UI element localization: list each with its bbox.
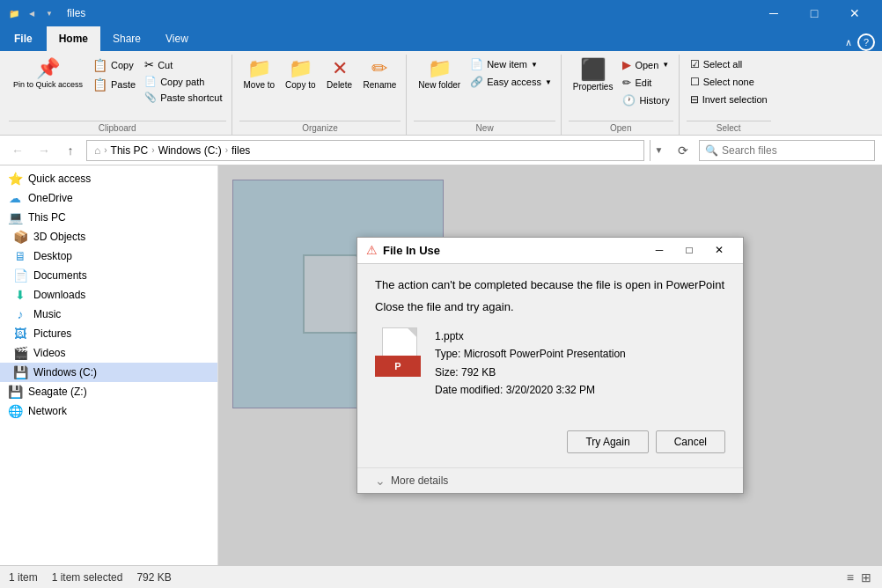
- history-label: History: [639, 95, 669, 106]
- sidebar-item-documents[interactable]: 📄 Documents: [0, 266, 217, 285]
- file-size-status: 792 KB: [136, 571, 171, 584]
- back-button[interactable]: ←: [7, 140, 28, 161]
- windows-c-icon: 💾: [12, 365, 28, 379]
- sidebar-item-videos[interactable]: 🎬 Videos: [0, 343, 217, 363]
- sidebar-item-quick-access[interactable]: ⭐ Quick access: [0, 169, 217, 188]
- sidebar-label-videos: Videos: [33, 347, 65, 359]
- history-button[interactable]: 🕐 History: [619, 92, 673, 108]
- organize-label: Organize: [239, 121, 401, 133]
- documents-icon: 📄: [12, 268, 28, 283]
- title-bar: 📁 ◀ ▼ files ─ □ ✕: [0, 0, 882, 26]
- tab-view[interactable]: View: [153, 26, 201, 51]
- search-input[interactable]: [722, 144, 869, 157]
- sidebar-label-onedrive: OneDrive: [28, 192, 73, 204]
- sidebar-item-downloads[interactable]: ⬇ Downloads: [0, 285, 217, 305]
- forward-button[interactable]: →: [33, 140, 55, 161]
- sidebar-item-onedrive[interactable]: ☁ OneDrive: [0, 188, 217, 208]
- search-box[interactable]: 🔍: [699, 140, 875, 161]
- sidebar-label-downloads: Downloads: [33, 289, 85, 301]
- easy-access-button[interactable]: 🔗 Easy access ▼: [467, 74, 555, 90]
- select-none-icon: ☐: [690, 76, 700, 88]
- copy-to-label: Copy to: [285, 80, 315, 91]
- dialog-close-button[interactable]: ✕: [704, 239, 734, 261]
- dialog-minimize-button[interactable]: ─: [644, 239, 674, 261]
- more-details-row[interactable]: ⌄ More details: [357, 467, 743, 493]
- details-view-button[interactable]: ≡: [845, 569, 856, 586]
- rename-icon: ✏: [371, 59, 387, 78]
- refresh-button[interactable]: ⟳: [673, 140, 694, 161]
- sidebar-label-windows-c: Windows (C:): [33, 366, 97, 379]
- new-item-button[interactable]: 📄 New item ▼: [467, 56, 555, 72]
- dropdown-icon[interactable]: ▼: [42, 6, 56, 20]
- paste-icon: 📋: [92, 77, 107, 92]
- dialog-footer: Try Again Cancel: [357, 430, 743, 467]
- sidebar-item-desktop[interactable]: 🖥 Desktop: [0, 246, 217, 266]
- delete-label: Delete: [327, 80, 352, 91]
- edit-button[interactable]: ✏ Edit: [619, 75, 673, 91]
- file-date-modified: Date modified: 3/20/2020 3:32 PM: [435, 381, 626, 399]
- path-files: files: [232, 144, 250, 157]
- sidebar-label-seagate: Seagate (Z:): [28, 386, 87, 398]
- move-to-button[interactable]: 📁 Move to: [239, 56, 280, 93]
- dialog-titlebar: ⚠ File In Use ─ □ ✕: [357, 238, 743, 264]
- tab-file[interactable]: File: [0, 26, 47, 51]
- sidebar-item-network[interactable]: 🌐 Network: [0, 401, 217, 421]
- minimize-button[interactable]: ─: [753, 0, 794, 26]
- new-folder-button[interactable]: 📁 New folder: [414, 56, 465, 93]
- quick-access-star-icon: ⭐: [7, 172, 23, 186]
- sidebar-item-3d-objects[interactable]: 📦 3D Objects: [0, 227, 217, 246]
- dialog-maximize-button[interactable]: □: [674, 239, 704, 261]
- sidebar-item-music[interactable]: ♪ Music: [0, 305, 217, 324]
- selected-count: 1 item selected: [52, 571, 123, 584]
- maximize-button[interactable]: □: [794, 0, 834, 26]
- paste-button[interactable]: 📋 Paste: [89, 76, 139, 92]
- select-none-button[interactable]: ☐ Select none: [687, 74, 771, 90]
- large-icons-view-button[interactable]: ⊞: [859, 569, 873, 586]
- properties-button[interactable]: ⬛ Properties: [569, 56, 618, 95]
- paste-shortcut-button[interactable]: 📎 Paste shortcut: [141, 90, 225, 105]
- rename-button[interactable]: ✏ Rename: [359, 56, 401, 93]
- sidebar-item-pictures[interactable]: 🖼 Pictures: [0, 324, 217, 343]
- pin-label: Pin to Quick access: [13, 80, 83, 90]
- more-details-chevron-icon: ⌄: [375, 474, 386, 488]
- sidebar-item-seagate[interactable]: 💾 Seagate (Z:): [0, 382, 217, 401]
- copy-button[interactable]: 📋 Copy: [89, 56, 139, 74]
- address-bar: ← → ↑ ⌂ › This PC › Windows (C:) › files…: [0, 136, 882, 165]
- search-icon: 🔍: [705, 144, 718, 157]
- delete-button[interactable]: ✕ Delete: [322, 56, 357, 93]
- open-button[interactable]: ▶ Open ▼: [619, 56, 673, 73]
- copy-path-button[interactable]: 📄 Copy path: [141, 74, 225, 89]
- window-controls: ─ □ ✕: [753, 0, 875, 26]
- open-buttons: ⬛ Properties ▶ Open ▼ ✏ Edit 🕐 History: [569, 56, 673, 117]
- sidebar-item-this-pc[interactable]: 💻 This PC: [0, 208, 217, 227]
- close-button[interactable]: ✕: [834, 0, 875, 26]
- pin-to-quick-access-button[interactable]: 📌 Pin to Quick access: [9, 56, 87, 92]
- desktop-icon: 🖥: [12, 249, 28, 263]
- sidebar-item-windows-c[interactable]: 💾 Windows (C:): [0, 363, 217, 382]
- dialog-controls: ─ □ ✕: [644, 239, 734, 261]
- sidebar-label-music: Music: [33, 308, 61, 320]
- copy-to-button[interactable]: 📁 Copy to: [281, 56, 320, 93]
- select-label: Select: [687, 121, 771, 133]
- sidebar-label-3d-objects: 3D Objects: [33, 231, 85, 243]
- address-dropdown-button[interactable]: ▼: [650, 140, 667, 161]
- tab-share[interactable]: Share: [100, 26, 153, 51]
- open-label: Open: [569, 121, 673, 133]
- file-in-use-dialog: ⚠ File In Use ─ □ ✕ The action can't be …: [356, 237, 744, 495]
- help-btn[interactable]: ?: [857, 33, 875, 51]
- cancel-button[interactable]: Cancel: [656, 430, 725, 453]
- up-button[interactable]: ↑: [60, 140, 81, 161]
- select-all-button[interactable]: ☑ Select all: [687, 56, 771, 72]
- copy-label: Copy: [111, 60, 134, 70]
- tab-home[interactable]: Home: [47, 26, 100, 51]
- collapse-ribbon-btn[interactable]: ∧: [842, 35, 856, 50]
- try-again-button[interactable]: Try Again: [567, 430, 648, 453]
- open-icon: ▶: [622, 58, 631, 71]
- sidebar: ⭐ Quick access ☁ OneDrive 💻 This PC 📦 3D…: [0, 165, 218, 565]
- cut-button[interactable]: ✂ Cut: [141, 56, 225, 73]
- invert-selection-button[interactable]: ⊟ Invert selection: [687, 92, 771, 107]
- address-path[interactable]: ⌂ › This PC › Windows (C:) › files: [86, 140, 644, 161]
- path-chevron-3: ›: [225, 145, 228, 155]
- edit-icon: ✏: [622, 77, 631, 89]
- quick-access-icon: ◀: [25, 6, 39, 20]
